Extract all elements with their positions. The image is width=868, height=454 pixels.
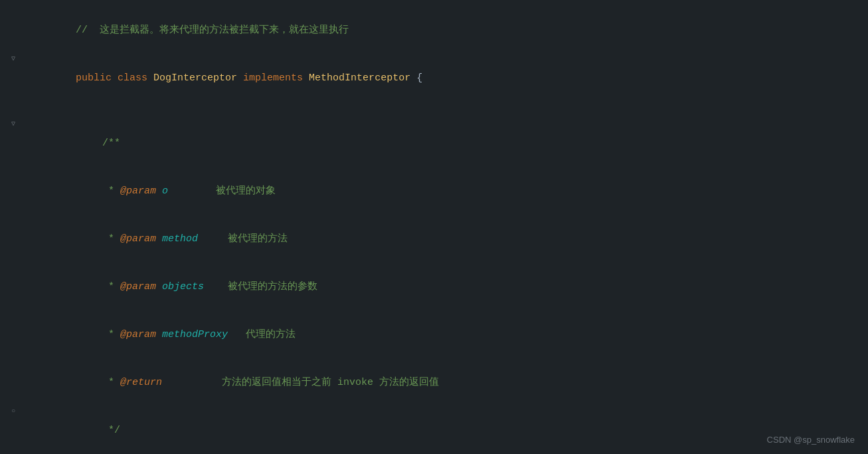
interface-name: MethodInterceptor — [309, 72, 416, 84]
fold-icon[interactable]: ○ — [9, 407, 18, 416]
gutter: ▽ — [0, 120, 27, 129]
brace-open: { — [416, 72, 422, 84]
comment: * — [102, 281, 120, 292]
keyword-implements: implements — [243, 72, 309, 84]
comment: 被代理的方法的参数 — [204, 281, 317, 292]
watermark: CSDN @sp_snowflake — [767, 433, 855, 447]
param-tag: @param — [120, 281, 156, 292]
line-content: * @param methodProxy 代理的方法 — [27, 311, 861, 359]
comment: 被代理的方法 — [198, 233, 288, 245]
line-content: /** — [27, 120, 861, 168]
comment: /** — [102, 138, 120, 149]
comment — [156, 185, 162, 197]
return-tag: @return — [120, 377, 162, 388]
code-line: * @param objects 被代理的方法的参数 — [0, 263, 868, 311]
param-name: method — [162, 233, 198, 245]
comment: 方法的返回值相当于之前 invoke 方法的返回值 — [162, 377, 439, 388]
line-content: // 这是拦截器。将来代理的方法被拦截下来，就在这里执行 — [27, 7, 861, 55]
code-line: ▽ public class DogInterceptor implements… — [0, 55, 868, 102]
param-tag: @param — [120, 329, 156, 340]
line-content: * @return 方法的返回值相当于之前 invoke 方法的返回值 — [27, 359, 861, 407]
comment — [156, 281, 162, 292]
keyword-class: class — [118, 72, 153, 84]
code-line: ▽ /** — [0, 120, 868, 168]
param-name: objects — [162, 281, 204, 292]
comment — [156, 233, 162, 245]
comment: * — [102, 185, 120, 197]
fold-icon[interactable]: ▽ — [9, 120, 18, 129]
line-content: * @param objects 被代理的方法的参数 — [27, 263, 861, 311]
comment: * — [102, 233, 120, 245]
code-line: ○ */ — [0, 407, 868, 454]
comment — [156, 329, 162, 340]
gutter: ○ — [0, 407, 27, 416]
code-line: * @param o 被代理的对象 — [0, 168, 868, 215]
line-content: * @param o 被代理的对象 — [27, 168, 861, 215]
gutter: ▽ — [0, 55, 27, 64]
comment: */ — [102, 425, 120, 436]
param-name: o — [162, 185, 168, 197]
comment: 被代理的对象 — [168, 185, 276, 197]
param-tag: @param — [120, 233, 156, 245]
code-line: * @return 方法的返回值相当于之前 invoke 方法的返回值 — [0, 359, 868, 407]
fold-icon[interactable]: ▽ — [9, 55, 18, 64]
code-line: // 这是拦截器。将来代理的方法被拦截下来，就在这里执行 — [0, 7, 868, 55]
code-editor: // 这是拦截器。将来代理的方法被拦截下来，就在这里执行 ▽ public cl… — [0, 0, 868, 454]
param-tag: @param — [120, 185, 156, 197]
line-content: public class DogInterceptor implements M… — [27, 55, 861, 102]
line-content — [27, 102, 861, 118]
keyword-public: public — [76, 72, 118, 84]
comment: * — [102, 329, 120, 340]
code-line: * @param method 被代理的方法 — [0, 215, 868, 263]
code-line: * @param methodProxy 代理的方法 — [0, 311, 868, 359]
comment: 代理的方法 — [228, 329, 296, 340]
param-name: methodProxy — [162, 329, 228, 340]
line-content: * @param method 被代理的方法 — [27, 215, 861, 263]
class-name: DogInterceptor — [153, 72, 243, 84]
line-content: */ — [27, 407, 861, 454]
code-line — [0, 102, 868, 120]
comment: * — [102, 377, 120, 388]
comment: // 这是拦截器。将来代理的方法被拦截下来，就在这里执行 — [76, 25, 349, 36]
